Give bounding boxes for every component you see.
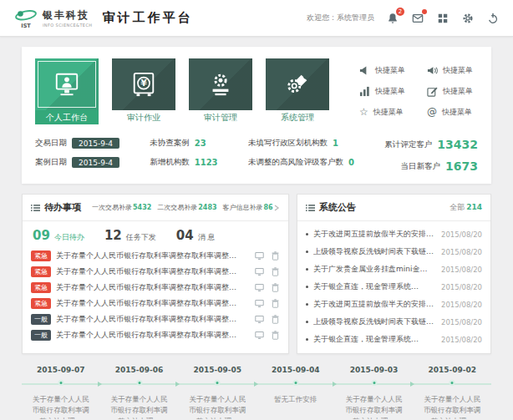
trash-icon[interactable]	[271, 283, 280, 292]
quick-menu-item[interactable]: ☆ 快捷菜单	[359, 107, 405, 118]
tab-customer-entry[interactable]: 客户信息补录86	[223, 203, 273, 212]
tile-label: 审计作业	[112, 110, 175, 124]
logout-power-icon[interactable]	[486, 12, 500, 25]
monitor-icon[interactable]	[255, 267, 264, 276]
stat-label: 未填写行政区划机构数	[248, 138, 328, 149]
todo-text: 关于存量个人人民币银行存取利率调整存取利率调整…	[56, 282, 250, 293]
quick-menu-item[interactable]: 快捷菜单	[427, 65, 473, 76]
settings-gear-icon[interactable]	[461, 12, 475, 25]
announcement-row[interactable]: 关于广发贵金属业务挂盘mini金… 2015/08/20	[297, 261, 490, 278]
tile-system-manage[interactable]: 系统管理	[266, 58, 329, 124]
page-title: 审计工作平台	[102, 10, 192, 26]
monitor-icon[interactable]	[255, 331, 264, 340]
quick-menu-item[interactable]: 快捷菜单	[359, 86, 405, 97]
todo-panel: 待办事项 一次交易补录5432 二次交易补录2483 客户信息补录86 09今日…	[22, 194, 289, 354]
timeline-entry[interactable]: 2015-09-04 暂无工作安排	[256, 366, 335, 419]
trash-icon[interactable]	[271, 315, 280, 324]
tile-label: 系统管理	[266, 110, 329, 124]
speaker-volume-icon	[427, 65, 438, 76]
welcome-user[interactable]: 欢迎您：系统管理员	[307, 13, 374, 23]
monitor-icon[interactable]	[255, 251, 264, 261]
audit-safe-icon: ¥	[130, 71, 157, 98]
apps-grid-icon[interactable]	[436, 12, 450, 25]
stat-case-date: 案例日期 2015-9-4	[35, 157, 119, 168]
announcement-row[interactable]: 关于改进周五提前放假半天的安排通知… 2015/08/20	[297, 225, 490, 243]
trash-icon[interactable]	[271, 251, 280, 261]
announcements-title: 系统公告	[319, 201, 356, 214]
timeline-entry[interactable]: 2015-09-03 关于存量个人人民币银行存取利率调整方法办理…	[335, 366, 414, 419]
todo-text: 关于存量个人人民币银行存取利率调整存取利率调整…	[56, 298, 250, 309]
announcement-date: 2015/08/20	[441, 318, 482, 326]
urgency-badge: 一般	[31, 314, 51, 325]
tab-first-entry[interactable]: 一次交易补录5432	[92, 203, 151, 212]
subtab-tasks[interactable]: 12任务下发	[104, 228, 156, 243]
announcements-all-link[interactable]: 全部214	[450, 202, 482, 213]
todo-row[interactable]: 紧急 关于存量个人人民币银行存取利率调整存取利率调整…	[23, 280, 288, 296]
notifications-bell-icon[interactable]: 2	[386, 12, 399, 25]
quick-menu-label: 快捷菜单	[375, 65, 405, 76]
quick-menu-item[interactable]: @ 快捷菜单	[427, 107, 473, 118]
stat-value: 23	[195, 139, 206, 148]
tab-second-entry[interactable]: 二次交易补录2483	[157, 203, 216, 212]
stat-value: 1	[333, 139, 338, 148]
messages-icon[interactable]	[411, 12, 424, 25]
announcement-text: 关于银企直连，现金管理系统…	[313, 281, 436, 292]
announcement-text: 上级领导视察反洗钱时间表下载链接…	[313, 316, 436, 327]
subtab-today[interactable]: 09今日待办	[33, 228, 84, 243]
announcement-row[interactable]: 关于改进周五提前放假半天的安排通知… 2015/08/20	[297, 296, 490, 313]
todo-row[interactable]: 紧急 关于存量个人人民币银行存取利率调整存取利率调整…	[23, 264, 288, 280]
stat-label: 案例日期	[35, 157, 67, 168]
subtab-messages[interactable]: 04消 息	[176, 228, 216, 243]
logo-text: 银丰科技 INFO SCIENCE&TECH	[43, 8, 92, 28]
timeline-date: 2015-09-03	[335, 366, 414, 374]
todo-row[interactable]: 紧急 关于存量个人人民币银行存取利率调整存取利率调整…	[23, 296, 288, 311]
chevron-right-icon[interactable]	[273, 205, 280, 211]
todo-subtabs: 09今日待办 12任务下发 04消 息	[23, 221, 288, 246]
todo-row[interactable]: 紧急 关于存量个人人民币银行存取利率调整存取利率调整…	[23, 248, 288, 264]
monitor-icon[interactable]	[255, 315, 264, 324]
timeline-dot-icon	[292, 380, 298, 386]
announcement-row[interactable]: 上级领导视察反洗钱时间表下载链接… 2015/08/20	[297, 243, 490, 261]
todo-title: 待办事项	[44, 201, 81, 214]
stat-label: 未调整的高风险评级客户数	[248, 157, 343, 168]
timeline-text: 关于存量个人人民币银行存取利率调整方法办理…	[178, 391, 256, 419]
svg-text:IST: IST	[21, 23, 31, 29]
trash-icon[interactable]	[271, 267, 280, 276]
quick-menu-item[interactable]: 快捷菜单	[359, 65, 405, 76]
todo-row[interactable]: 一般 关于存量个人人民币银行存取利率调整存取利率调整…	[23, 327, 288, 343]
stat-value: 1123	[195, 158, 218, 167]
timeline-entry[interactable]: 2015-09-06 关于存量个人人民币银行存取利率调整方法办理…	[100, 366, 179, 419]
timeline-text: 关于存量个人人民币银行存取利率调整方法办理…	[22, 391, 100, 419]
todo-text: 关于存量个人人民币银行存取利率调整存取利率调整…	[56, 266, 250, 277]
timeline-date: 2015-09-07	[22, 366, 100, 374]
monitor-icon[interactable]	[255, 283, 264, 292]
timeline-entry[interactable]: 2015-09-02 关于存量个人人民币银行存取利率调整方法办理…	[413, 366, 491, 419]
quick-menu-item[interactable]: 快捷菜单	[427, 86, 473, 97]
todo-list: 紧急 关于存量个人人民币银行存取利率调整存取利率调整… 紧急 关于存量个人人民币…	[23, 246, 288, 347]
trash-icon[interactable]	[271, 299, 280, 308]
timeline-dot-icon	[58, 380, 63, 386]
stat-new-customers-today: 当日新客户 1673	[384, 159, 478, 173]
announcement-text: 关于改进周五提前放假半天的安排通知…	[313, 229, 436, 240]
announcement-row[interactable]: 关于银企直连，现金管理系统… 2015/08/20	[297, 331, 490, 348]
trash-icon[interactable]	[271, 331, 280, 340]
stat-label: 当日新客户	[401, 161, 441, 172]
stat-value: 1673	[445, 159, 478, 173]
at-sign-icon: @	[427, 107, 437, 118]
monitor-icon[interactable]	[255, 299, 264, 308]
announcement-row[interactable]: 上级领导视察反洗钱时间表下载链接… 2015/08/20	[297, 313, 490, 331]
announcement-row[interactable]: 关于银企直连，现金管理系统… 2015/08/20	[297, 278, 490, 296]
stat-label: 交易日期	[35, 138, 67, 149]
timeline-entry[interactable]: 2015-09-07 关于存量个人人民币银行存取利率调整方法办理…	[22, 366, 100, 419]
timeline-entry[interactable]: 2015-09-05 关于存量个人人民币银行存取利率调整方法办理…	[178, 366, 256, 419]
quick-menu-label: 快捷菜单	[443, 86, 473, 97]
todo-row[interactable]: 一般 关于存量个人人民币银行存取利率调整存取利率调整…	[23, 311, 288, 327]
edit-pencil-icon	[427, 86, 438, 97]
tile-audit-work[interactable]: ¥ 审计作业	[112, 58, 175, 124]
todo-text: 关于存量个人人民币银行存取利率调整存取利率调整…	[56, 250, 250, 261]
stat-uninvestigated-cases: 未协查案例 23	[150, 138, 217, 149]
announcement-text: 关于银企直连，现金管理系统…	[313, 334, 436, 345]
tile-personal-workbench[interactable]: 个人工作台	[35, 58, 99, 124]
header-actions: 欢迎您：系统管理员 2	[307, 12, 500, 25]
tile-audit-manage[interactable]: 审计管理	[189, 58, 252, 124]
